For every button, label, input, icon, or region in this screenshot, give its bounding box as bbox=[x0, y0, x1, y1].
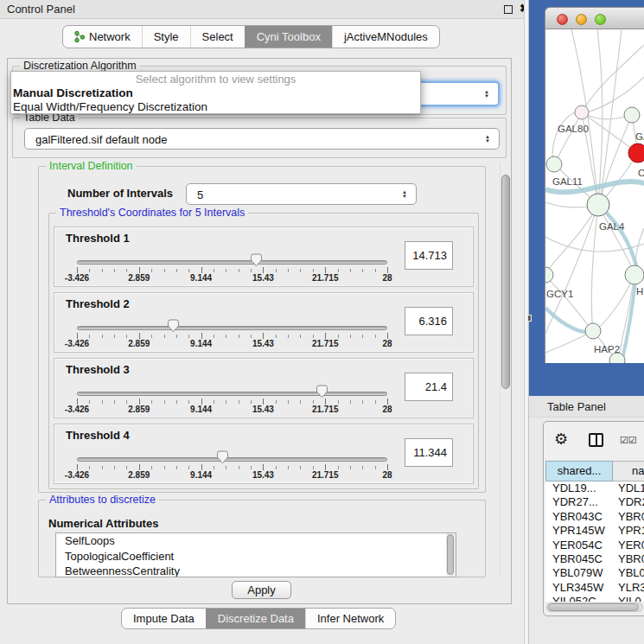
tab-jactivemnodules[interactable]: jActiveMNodules bbox=[332, 26, 439, 48]
slider-thumb[interactable] bbox=[316, 385, 328, 399]
gear-icon[interactable]: ⚙ bbox=[554, 430, 568, 449]
table-row[interactable]: YDR27...YDR2 bbox=[545, 495, 644, 509]
attribute-list-item[interactable]: TopologicalCoefficient bbox=[56, 549, 456, 564]
node-green[interactable] bbox=[546, 156, 562, 172]
slider-ticks bbox=[77, 466, 388, 469]
tab-select[interactable]: Select bbox=[190, 26, 245, 48]
tick-mark bbox=[77, 464, 78, 470]
dropdown-item[interactable]: Manual Discretization bbox=[11, 86, 420, 100]
table-horizontal-scrollbar[interactable] bbox=[546, 603, 643, 612]
tick-label: 2.859 bbox=[128, 470, 150, 480]
slider-track[interactable] bbox=[77, 392, 387, 396]
node-label: HAP2 bbox=[594, 344, 620, 354]
node-gal4[interactable] bbox=[587, 194, 609, 216]
cell-name: YDL1 bbox=[613, 481, 644, 495]
select-columns-icon[interactable]: ☑☑ bbox=[620, 435, 637, 446]
numerical-attributes-list[interactable]: SelfLoopsTopologicalCoefficientBetweenne… bbox=[55, 532, 456, 577]
slider-track[interactable] bbox=[77, 457, 387, 462]
table-row[interactable]: YBR045CYBR0 bbox=[545, 552, 644, 566]
threshold-title: Threshold 3 bbox=[66, 363, 130, 376]
scrollbar-thumb[interactable] bbox=[548, 603, 639, 611]
tick-mark bbox=[77, 267, 78, 273]
tick-label: -3.426 bbox=[65, 273, 89, 283]
tick-label: -3.426 bbox=[65, 470, 89, 480]
threshold-value-field[interactable]: 14.713 bbox=[405, 241, 453, 270]
slider-track[interactable] bbox=[77, 260, 387, 265]
node-green[interactable] bbox=[625, 265, 644, 284]
node-green[interactable] bbox=[624, 107, 640, 123]
tab-label: jActiveMNodules bbox=[344, 30, 428, 43]
tick-mark bbox=[139, 267, 140, 273]
tick-label: 15.43 bbox=[252, 339, 274, 348]
tab-label: Discretize Data bbox=[218, 612, 294, 625]
num-intervals-combobox[interactable]: 5 ▲▼ bbox=[186, 183, 417, 205]
scrollbar-thumb[interactable] bbox=[447, 534, 454, 575]
threshold-value-field[interactable]: 21.4 bbox=[405, 373, 453, 401]
node-label: GAL80 bbox=[558, 124, 589, 134]
dropdown-item[interactable]: Equal Width/Frequency Discretization bbox=[11, 100, 420, 114]
cell-shared-name: YDR27... bbox=[545, 495, 613, 509]
tick-mark bbox=[387, 399, 388, 405]
tab-network[interactable]: Network bbox=[63, 26, 142, 48]
node-pink[interactable] bbox=[575, 105, 589, 119]
network-canvas[interactable]: GAL80GACGAL11GAL4GCY1HHAP2 bbox=[545, 29, 644, 363]
attributes-scrollbar[interactable] bbox=[446, 533, 456, 577]
threshold-value-field[interactable]: 11.344 bbox=[405, 438, 453, 467]
column-layout-icon[interactable] bbox=[589, 433, 603, 447]
cell-name: YBR0 bbox=[613, 510, 644, 524]
table-row[interactable]: YBR043CYBR0 bbox=[545, 510, 644, 524]
tab-discretize-data[interactable]: Discretize Data bbox=[206, 609, 305, 628]
slider-track[interactable] bbox=[77, 326, 387, 330]
table-row[interactable]: YER054CYER0 bbox=[545, 539, 644, 552]
scrollbar-thumb[interactable] bbox=[501, 175, 510, 389]
attribute-list-item[interactable]: SelfLoops bbox=[56, 533, 456, 549]
column-header-shared-name[interactable]: shared... bbox=[545, 461, 613, 481]
dropdown-placeholder: Select algorithm to view settings bbox=[11, 72, 420, 86]
tab-impute-data[interactable]: Impute Data bbox=[122, 609, 206, 628]
attribute-list-item[interactable]: BetweennessCentrality bbox=[56, 564, 456, 577]
tick-mark bbox=[387, 333, 388, 339]
slider-thumb[interactable] bbox=[216, 450, 229, 464]
table-row[interactable]: YPR145WYPR1 bbox=[545, 524, 644, 538]
interval-definition-label: Interval Definition bbox=[46, 160, 137, 172]
threshold-title: Threshold 4 bbox=[66, 429, 130, 442]
tick-mark bbox=[201, 464, 202, 470]
slider-thumb[interactable] bbox=[167, 319, 180, 333]
tab-infer-network[interactable]: Infer Network bbox=[305, 609, 395, 628]
tick-mark bbox=[325, 333, 326, 339]
tick-label: 28 bbox=[382, 470, 392, 480]
tick-mark bbox=[201, 399, 202, 405]
tick-mark bbox=[387, 464, 388, 470]
table-panel-dock: Table Panel ⚙ ☑☑ shared... na YDL19...YD… bbox=[529, 396, 644, 644]
column-header-name[interactable]: na bbox=[613, 461, 644, 481]
tick-mark bbox=[77, 333, 78, 339]
tab-style[interactable]: Style bbox=[142, 26, 190, 48]
apply-button[interactable]: Apply bbox=[232, 581, 291, 599]
tick-mark bbox=[77, 399, 78, 405]
table-row[interactable]: YBL079WYBL0 bbox=[545, 566, 644, 580]
zoom-traffic-light-icon[interactable] bbox=[595, 14, 606, 25]
threshold-panel: Threshold 4-3.4262.8599.14415.4321.71528… bbox=[54, 424, 474, 484]
threshold-value-field[interactable]: 6.316 bbox=[405, 307, 453, 335]
table-data-combobox[interactable]: galFiltered.sif default node ▲▼ bbox=[24, 128, 500, 150]
network-graph: GAL80GACGAL11GAL4GCY1HHAP2 bbox=[545, 29, 644, 363]
table-row[interactable]: YDL19...YDL1 bbox=[545, 481, 644, 495]
node-green[interactable] bbox=[545, 267, 553, 283]
combo-arrows-icon: ▲▼ bbox=[484, 90, 489, 99]
discretization-algorithm-label: Discretization Algorithm bbox=[20, 60, 140, 72]
slider-thumb[interactable] bbox=[250, 253, 263, 267]
panel-vertical-scrollbar[interactable] bbox=[500, 163, 511, 577]
table-row[interactable]: YLR345WYLR3 bbox=[545, 581, 644, 595]
tick-label: 2.859 bbox=[128, 405, 150, 414]
tab-cyni-toolbox[interactable]: Cyni Toolbox bbox=[245, 26, 332, 48]
minimize-traffic-light-icon[interactable] bbox=[576, 14, 587, 25]
float-window-icon[interactable] bbox=[504, 5, 513, 14]
node-green[interactable] bbox=[585, 323, 601, 339]
close-traffic-light-icon[interactable] bbox=[557, 14, 568, 25]
tick-mark bbox=[201, 333, 202, 339]
threshold-title: Threshold 1 bbox=[66, 232, 130, 245]
table-row[interactable]: YIL052CYIL0 bbox=[545, 595, 644, 602]
tick-label: 21.715 bbox=[312, 405, 339, 414]
network-window-titlebar[interactable] bbox=[545, 7, 644, 29]
node-red[interactable] bbox=[628, 143, 644, 163]
